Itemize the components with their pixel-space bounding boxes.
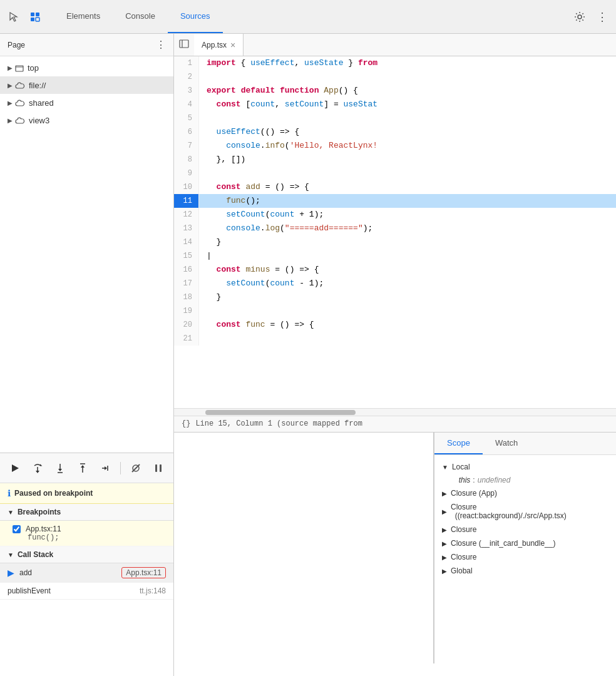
format-icon[interactable]: {} [182, 419, 190, 428]
scope-closure-init-arrow: ▶ [442, 540, 447, 547]
editor-tabs: App.tsx × [174, 34, 616, 56]
settings-icon[interactable] [571, 8, 588, 26]
tab-scope[interactable]: Scope [434, 433, 483, 454]
resume-button[interactable] [8, 461, 23, 476]
code-line-1: 1 import { useEffect, useState } from [174, 56, 616, 70]
scope-global-arrow: ▶ [442, 568, 447, 575]
line-content-5 [199, 111, 616, 125]
svg-rect-0 [31, 13, 34, 16]
breakpoint-code: func(); [13, 533, 161, 542]
bottom-left-spacer [174, 433, 434, 663]
callstack-item-publish[interactable]: publishEvent tt.js:148 [0, 583, 173, 600]
scope-closure-plain-arrow: ▶ [442, 526, 447, 533]
svg-rect-23 [180, 40, 188, 48]
tree-arrow-top: ▶ [8, 64, 13, 71]
deactivate-button[interactable] [128, 461, 143, 476]
file-tree: ▶ top ▶ fil [0, 56, 173, 131]
scope-closure-plain2-arrow: ▶ [442, 554, 447, 561]
code-line-12: 12 setCount(count + 1); [174, 208, 616, 222]
line-content-12: setCount(count + 1); [199, 208, 616, 222]
tree-item-file[interactable]: ▶ file:// [0, 76, 173, 94]
svg-rect-1 [36, 13, 39, 16]
code-line-4: 4 const [count, setCount] = useStat [174, 98, 616, 111]
scope-closure-app-label: Closure (App) [451, 489, 497, 498]
scope-closure-react[interactable]: ▶ Closure ((react:background)/./src/App.… [442, 500, 616, 523]
code-line-3: 3 export default function App() { [174, 84, 616, 98]
tree-label-file: file:// [29, 81, 46, 90]
tab-watch[interactable]: Watch [483, 433, 530, 454]
line-num-2: 2 [174, 70, 199, 84]
line-num-5: 5 [174, 111, 199, 125]
tab-sources[interactable]: Sources [168, 0, 223, 33]
tree-item-shared[interactable]: ▶ shared [0, 94, 173, 111]
step-into-button[interactable] [53, 461, 68, 476]
inspect-icon[interactable] [26, 8, 44, 26]
callstack-name-add: ▶ add [8, 568, 32, 578]
scope-closure-plain-label: Closure [451, 525, 476, 534]
line-num-18: 18 [174, 290, 199, 304]
editor-tab-close[interactable]: × [230, 40, 235, 50]
cursor-icon[interactable] [5, 8, 23, 26]
line-num-16: 16 [174, 263, 199, 277]
line-content-9 [199, 166, 616, 180]
code-line-2: 2 [174, 70, 616, 84]
svg-rect-2 [31, 18, 34, 21]
status-position: Line 15, Column 1 (source mapped from [195, 419, 362, 428]
pause-exceptions-button[interactable] [151, 461, 166, 476]
breakpoints-header[interactable]: ▼ Breakpoints [0, 504, 173, 521]
sidebar-toggle-icon[interactable] [179, 39, 189, 51]
line-num-15: 15 [174, 249, 199, 263]
callstack-name-publish: publishEvent [8, 586, 51, 595]
code-line-14: 14 } [174, 235, 616, 249]
scope-closure-plain2[interactable]: ▶ Closure [442, 550, 616, 564]
paused-breakpoint-info: ℹ Paused on breakpoint [0, 483, 173, 504]
scope-this-entry: this : undefined [442, 474, 616, 486]
code-line-10: 10 const add = () => { [174, 180, 616, 194]
scope-closure-plain[interactable]: ▶ Closure [442, 523, 616, 536]
callstack-header[interactable]: ▼ Call Stack [0, 546, 173, 563]
tab-elements[interactable]: Elements [54, 0, 113, 33]
svg-rect-21 [155, 464, 157, 472]
step-over-button[interactable] [30, 461, 45, 476]
line-content-21 [199, 332, 616, 346]
callstack-item-add[interactable]: ▶ add App.tsx:11 [0, 563, 173, 583]
page-menu-icon[interactable]: ⋮ [156, 39, 166, 51]
tab-console[interactable]: Console [113, 0, 168, 33]
left-bottom: ℹ Paused on breakpoint ▼ Breakpoints App… [0, 453, 173, 676]
code-line-19: 19 [174, 304, 616, 318]
tree-item-top[interactable]: ▶ top [0, 59, 173, 76]
right-panel: App.tsx × 1 import { useEffect, useState… [174, 34, 616, 676]
step-button[interactable] [98, 461, 113, 476]
cloud-icon-view3 [15, 115, 25, 125]
more-icon[interactable]: ⋮ [593, 8, 611, 26]
scope-closure-init[interactable]: ▶ Closure (__init_card_bundle__) [442, 536, 616, 550]
page-title: Page [8, 41, 25, 49]
svg-marker-11 [58, 469, 62, 471]
scope-local-label: Local [452, 463, 470, 471]
line-num-13: 13 [174, 222, 199, 235]
scope-closure-app[interactable]: ▶ Closure (App) [442, 486, 616, 500]
tree-arrow-shared: ▶ [8, 100, 13, 106]
breakpoint-checkbox[interactable] [13, 525, 21, 533]
code-line-20: 20 const func = () => { [174, 318, 616, 332]
step-out-button[interactable] [75, 461, 90, 476]
scope-global[interactable]: ▶ Global global [442, 564, 616, 578]
code-area[interactable]: 1 import { useEffect, useState } from 2 … [174, 56, 616, 432]
scope-global-left: ▶ Global [442, 566, 473, 575]
scope-tab-bar: Scope Watch [434, 433, 616, 455]
line-content-4: const [count, setCount] = useStat [199, 98, 616, 111]
scope-local-header[interactable]: ▼ Local [442, 460, 616, 474]
scope-closure-plain2-label: Closure [451, 553, 476, 561]
svg-marker-9 [36, 471, 39, 473]
line-content-14: } [199, 235, 616, 249]
breakpoint-label: App.tsx:11 [26, 525, 61, 533]
editor-tab-apptsx[interactable]: App.tsx × [194, 34, 244, 56]
line-content-7: console.info('Hello, ReactLynx! [199, 139, 616, 153]
line-content-17: setCount(count - 1); [199, 277, 616, 290]
code-scroll[interactable]: 1 import { useEffect, useState } from 2 … [174, 56, 616, 408]
line-content-2 [199, 70, 616, 84]
line-num-19: 19 [174, 304, 199, 318]
code-horizontal-scrollbar[interactable] [174, 408, 616, 415]
scope-content[interactable]: ▼ Local this : undefined ▶ Closure ( [434, 455, 616, 663]
tree-item-view3[interactable]: ▶ view3 [0, 111, 173, 129]
